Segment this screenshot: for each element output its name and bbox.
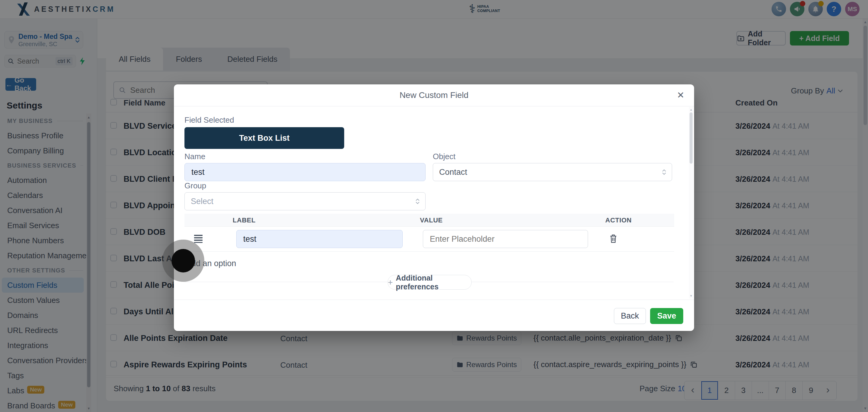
plus-icon: + <box>388 278 393 287</box>
close-icon[interactable]: ✕ <box>677 90 684 101</box>
label-column-header: LABEL <box>233 216 255 224</box>
drag-handle-icon[interactable] <box>194 235 203 243</box>
save-button[interactable]: Save <box>650 308 683 324</box>
chevron-up-down-icon <box>415 199 420 204</box>
modal-title: New Custom Field <box>174 90 694 100</box>
field-selected-label: Field Selected <box>184 116 234 125</box>
option-label-field[interactable] <box>236 230 403 248</box>
group-label: Group <box>184 181 206 190</box>
chevron-up-down-icon <box>662 169 666 175</box>
options-table-header: LABEL VALUE ACTION <box>184 214 674 227</box>
modal-footer: Back Save <box>174 299 694 331</box>
object-select[interactable]: Contact <box>433 163 672 181</box>
scroll-down-icon[interactable]: ▼ <box>689 294 693 297</box>
name-label: Name <box>184 152 205 161</box>
new-custom-field-modal: New Custom Field ✕ Field Selected Text B… <box>174 85 694 331</box>
modal-header: New Custom Field ✕ <box>174 85 694 106</box>
group-select[interactable]: Select <box>184 192 426 210</box>
object-label: Object <box>433 152 456 161</box>
value-column-header: VALUE <box>420 216 442 224</box>
options-table: LABEL VALUE ACTION <box>184 214 674 252</box>
click-indicator <box>162 240 204 282</box>
scrollbar-thumb[interactable] <box>689 113 692 164</box>
option-row <box>184 227 674 252</box>
back-button[interactable]: Back <box>614 308 646 324</box>
modal-scrollbar[interactable]: ▲ ▼ <box>689 107 693 298</box>
name-input[interactable] <box>191 167 419 177</box>
additional-preferences-button[interactable]: + Additional preferences <box>388 275 472 290</box>
delete-option-icon[interactable] <box>609 234 618 244</box>
cursor-dot <box>172 249 195 273</box>
screen: AESTHETIXCRM ⚕ HIPAACOMPLIANT <box>0 0 868 412</box>
modal-body: Field Selected Text Box List Name Object… <box>174 106 694 299</box>
action-column-header: ACTION <box>605 216 631 224</box>
option-value-field[interactable] <box>423 230 588 248</box>
selected-field-type-button[interactable]: Text Box List <box>184 127 344 149</box>
option-value-input[interactable] <box>429 234 582 244</box>
name-field[interactable] <box>184 163 426 181</box>
scroll-up-icon[interactable]: ▲ <box>689 108 693 111</box>
option-label-input[interactable] <box>243 234 396 244</box>
